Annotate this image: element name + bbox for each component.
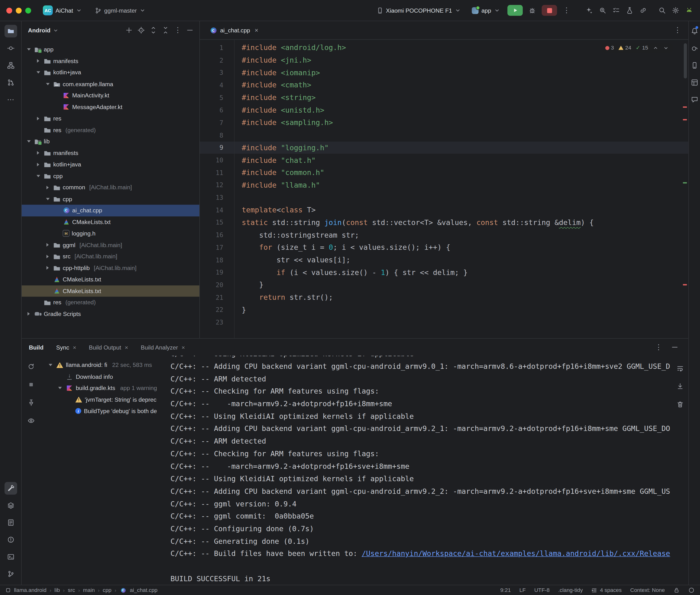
line-number[interactable]: 7 <box>200 119 234 126</box>
tree-item-res[interactable]: res(generated) <box>22 297 199 308</box>
run-button[interactable] <box>507 5 523 16</box>
chevron-open-icon[interactable] <box>44 196 51 202</box>
settings-icon[interactable] <box>669 4 682 17</box>
code-text[interactable]: #include <cmath> <box>234 81 311 89</box>
code-text[interactable]: return str.str(); <box>234 293 333 302</box>
code-line-21[interactable]: 21 return str.str(); <box>200 291 688 304</box>
chevron-closed-icon[interactable] <box>35 58 41 64</box>
collapse-all-icon[interactable] <box>160 24 171 36</box>
inspections-icon[interactable] <box>623 4 636 17</box>
tree-item-res[interactable]: res <box>22 113 199 124</box>
close-tab-icon[interactable]: × <box>125 344 128 350</box>
build-icon[interactable] <box>4 482 17 494</box>
expand-all-icon[interactable] <box>147 24 159 36</box>
close-tab-icon[interactable]: × <box>255 27 258 34</box>
code-line-5[interactable]: 5#include <string> <box>200 91 688 104</box>
tree-item-messageadapter-kt[interactable]: MessageAdapter.kt <box>22 101 199 113</box>
code-text[interactable]: std::ostringstream str; <box>234 231 359 239</box>
build-tree-item-build-gradle-kts[interactable]: build.gradle.ktsapp 1 warning <box>40 382 170 394</box>
locate-icon[interactable] <box>135 24 147 36</box>
close-tab-icon[interactable]: × <box>73 344 76 350</box>
line-number[interactable]: 17 <box>200 244 234 251</box>
code-text[interactable]: } <box>234 306 246 314</box>
link-icon[interactable] <box>637 4 649 17</box>
code-text[interactable]: #include <android/log.h> <box>234 43 346 52</box>
code-line-22[interactable]: 22} <box>200 304 688 316</box>
line-number[interactable]: 2 <box>200 57 234 64</box>
chevron-open-icon[interactable] <box>47 362 54 368</box>
code-area[interactable]: 1#include <android/log.h>2#include <jni.… <box>200 40 688 338</box>
passed-count[interactable]: ✓ 15 <box>636 45 648 51</box>
code-line-8[interactable]: 8 <box>200 129 688 141</box>
previous-issue-icon[interactable] <box>653 45 659 51</box>
stop-square-icon[interactable] <box>25 378 37 391</box>
line-number[interactable]: 16 <box>200 231 234 238</box>
notifications-icon[interactable] <box>689 25 700 37</box>
git-icon[interactable] <box>4 568 17 580</box>
build-tree-item-jvmtarget-string-is-deprec[interactable]: !'jvmTarget: String' is deprec <box>40 394 170 405</box>
code-line-16[interactable]: 16 std::ostringstream str; <box>200 229 688 241</box>
tree-item-src[interactable]: src[AiChat.lib.main] <box>22 251 199 262</box>
code-text[interactable]: #include <string> <box>234 93 315 102</box>
build-output-link[interactable]: /Users/hanyin/Workspace/ai-chat/examples… <box>362 549 670 558</box>
line-number[interactable]: 12 <box>200 181 234 189</box>
project-widget[interactable]: AC AiChat <box>43 5 82 16</box>
breadcrumb-cpp[interactable]: cpp <box>103 587 111 594</box>
checklist-icon[interactable] <box>610 4 622 17</box>
tree-item-manifests[interactable]: manifests <box>22 147 199 159</box>
code-text[interactable]: #include <unistd.h> <box>234 106 325 115</box>
code-text[interactable]: template<class T> <box>234 206 315 214</box>
clear-icon[interactable] <box>674 398 687 411</box>
more-horizontal-icon[interactable]: ⋯ <box>4 93 17 106</box>
line-number[interactable]: 8 <box>200 132 234 139</box>
line-number[interactable]: 21 <box>200 294 234 301</box>
chevron-closed-icon[interactable] <box>25 310 32 317</box>
code-line-10[interactable]: 10#include "chat.h" <box>200 154 688 166</box>
line-number[interactable]: 23 <box>200 319 234 326</box>
build-tree-item-llama-android-fi[interactable]: !llama.android: fi22 sec, 583 ms <box>40 359 170 371</box>
error-stripe-mark[interactable] <box>683 119 687 120</box>
maximize-window-button[interactable] <box>25 7 31 13</box>
breadcrumb-lib[interactable]: lib <box>55 587 60 594</box>
hide-icon[interactable] <box>184 24 196 36</box>
device-selector[interactable]: Xiaomi POCOPHONE F1 <box>376 7 461 13</box>
code-line-7[interactable]: 7#include <sampling.h> <box>200 116 688 129</box>
code-text[interactable]: static std::string join(const std::vecto… <box>234 218 594 227</box>
close-window-button[interactable] <box>6 7 12 13</box>
code-text[interactable]: #include <jni.h> <box>234 56 311 64</box>
chevron-closed-icon[interactable] <box>44 264 51 271</box>
tree-item-lib[interactable]: lib <box>22 136 199 147</box>
error-stripe-mark[interactable] <box>683 284 687 285</box>
breadcrumb-src[interactable]: src <box>68 587 75 594</box>
layers-icon[interactable] <box>4 499 17 512</box>
line-separator-widget[interactable]: LF <box>520 587 526 594</box>
indicator-icon[interactable] <box>688 587 695 594</box>
tree-item-ggml[interactable]: ggml[AiChat.lib.main] <box>22 239 199 251</box>
code-line-11[interactable]: 11#include "common.h" <box>200 166 688 179</box>
search-actions-icon[interactable] <box>596 4 609 17</box>
code-line-6[interactable]: 6#include <unistd.h> <box>200 104 688 116</box>
code-line-13[interactable]: 13 <box>200 191 688 204</box>
code-text[interactable]: for (size_t i = 0; i < values.size(); i+… <box>234 243 450 252</box>
line-number[interactable]: 18 <box>200 256 234 263</box>
chevron-open-icon[interactable] <box>35 69 41 76</box>
build-tab-build-analyzer[interactable]: Build Analyzer× <box>141 344 185 350</box>
editor-tab-ai-chat-cpp[interactable]: ai_chat.cpp × <box>204 21 264 39</box>
encoding-widget[interactable]: UTF-8 <box>534 587 550 594</box>
chevron-open-icon[interactable] <box>44 81 51 87</box>
soft-wrap-icon[interactable] <box>674 362 687 375</box>
build-panel-title[interactable]: Build <box>29 344 44 350</box>
more-vertical-icon[interactable]: ⋮ <box>172 24 184 36</box>
code-line-19[interactable]: 19 if (i < values.size() - 1) { str << d… <box>200 266 688 279</box>
vcs-stripe-mark[interactable] <box>683 182 687 183</box>
tree-item-cmakelists-txt[interactable]: CMakeLists.txt <box>22 274 199 285</box>
problems-icon[interactable] <box>4 533 17 546</box>
line-number[interactable]: 4 <box>200 82 234 89</box>
code-line-20[interactable]: 20 } <box>200 279 688 291</box>
chevron-open-icon[interactable] <box>25 138 32 145</box>
commit-icon[interactable] <box>4 42 17 55</box>
project-view-selector[interactable]: Android <box>28 27 50 34</box>
cursor-position-widget[interactable]: 9:21 <box>500 587 511 594</box>
line-number[interactable]: 20 <box>200 281 234 288</box>
pin-icon[interactable] <box>25 396 37 409</box>
